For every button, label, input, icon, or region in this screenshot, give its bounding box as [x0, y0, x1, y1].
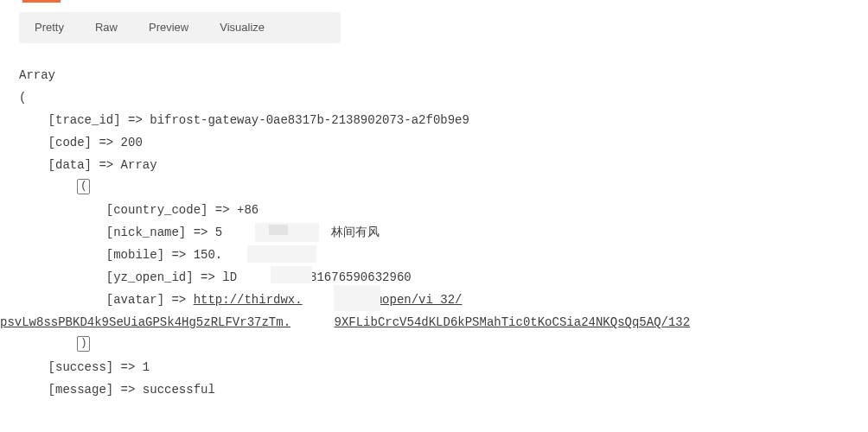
code-line: [avatar] => http://thirdwx. cn/mmopen/vi…: [19, 289, 868, 311]
collapse-toggle-open[interactable]: (: [77, 179, 90, 194]
redaction: [271, 266, 312, 283]
code-line: [data] => Array: [19, 154, 868, 176]
avatar-url[interactable]: psvLw8ssPBKD4k9SeUiaGPSk4Hg5zRLFVr37zTm.: [0, 315, 290, 329]
avatar-url[interactable]: http://thirdwx.: [194, 293, 303, 307]
code-line: (: [19, 86, 868, 109]
code-line: [mobile] => 150.: [19, 244, 868, 266]
code-line: [trace_id] => bifrost-gateway-0ae8317b-2…: [19, 109, 868, 131]
code-line: psvLw8ssPBKD4k9SeUiaGPSk4Hg5zRLFVr37zTm.…: [0, 311, 868, 334]
tab-raw[interactable]: Raw: [80, 12, 133, 43]
tab-visualize[interactable]: Visualize: [204, 12, 280, 43]
code-line: [nick_name] => 5 林间有风: [19, 221, 868, 244]
response-body: Array ( [trace_id] => bifrost-gateway-0a…: [19, 64, 868, 401]
code-line: [message] => successful: [19, 378, 868, 401]
collapse-toggle-close[interactable]: ): [77, 336, 90, 352]
redaction: [334, 285, 380, 311]
code-line: [success] => 1: [19, 356, 868, 378]
response-view-tabs: Pretty Raw Preview Visualize: [19, 12, 341, 43]
code-line: Array: [19, 64, 868, 86]
code-line: [code] => 200: [19, 131, 868, 154]
tab-preview[interactable]: Preview: [133, 12, 204, 43]
code-line: ): [19, 334, 868, 356]
active-tab-indicator: [22, 0, 61, 3]
tab-pretty[interactable]: Pretty: [19, 12, 80, 43]
avatar-url[interactable]: 9XFLibCrcV54dKLD6kPSMahTic0tKoCSia24NKQs…: [334, 315, 690, 329]
redaction: [247, 245, 316, 263]
code-line: [country_code] => +86: [19, 199, 868, 221]
code-line: (: [19, 176, 868, 199]
code-line: [yz_open_id] => lD 87581676590632960: [19, 266, 868, 289]
redaction: [269, 225, 288, 235]
